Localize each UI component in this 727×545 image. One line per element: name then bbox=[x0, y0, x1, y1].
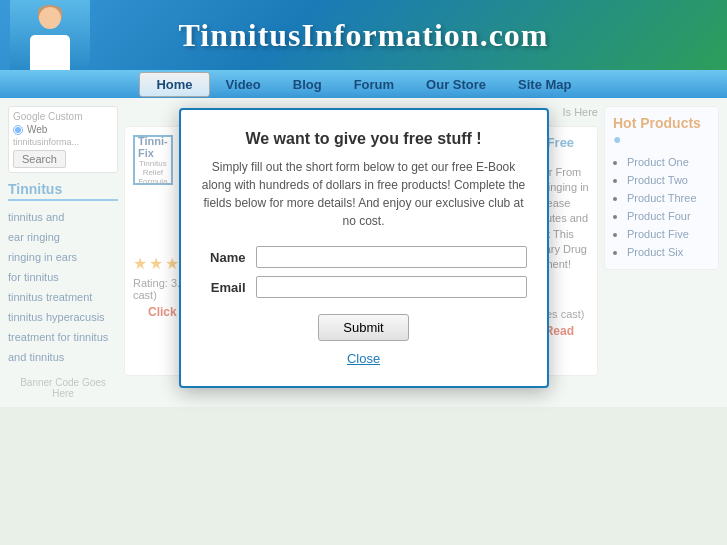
navigation: Home Video Blog Forum Our Store Site Map bbox=[0, 70, 727, 98]
site-title: TinnitusInformation.com bbox=[178, 17, 548, 54]
email-label: Email bbox=[201, 280, 246, 295]
main-content: Google Custom Web tinnitusinforma... Sea… bbox=[0, 98, 727, 407]
nav-blog[interactable]: Blog bbox=[277, 73, 338, 96]
nav-home[interactable]: Home bbox=[139, 72, 209, 97]
site-logo bbox=[10, 0, 90, 70]
nav-our-store[interactable]: Our Store bbox=[410, 73, 502, 96]
nav-site-map[interactable]: Site Map bbox=[502, 73, 587, 96]
modal-overlay: We want to give you free stuff ! Simply … bbox=[0, 98, 727, 407]
submit-button[interactable]: Submit bbox=[318, 314, 408, 341]
modal-form: Name Email Submit bbox=[201, 246, 527, 341]
modal-title: We want to give you free stuff ! bbox=[201, 130, 527, 148]
nav-video[interactable]: Video bbox=[210, 73, 277, 96]
name-row: Name bbox=[201, 246, 527, 268]
modal-description: Simply fill out the short form below to … bbox=[201, 158, 527, 230]
close-link[interactable]: Close bbox=[201, 351, 527, 366]
nav-forum[interactable]: Forum bbox=[338, 73, 410, 96]
modal-dialog: We want to give you free stuff ! Simply … bbox=[179, 108, 549, 388]
header: TinnitusInformation.com bbox=[0, 0, 727, 70]
email-input[interactable] bbox=[256, 276, 527, 298]
name-input[interactable] bbox=[256, 246, 527, 268]
name-label: Name bbox=[201, 250, 246, 265]
email-row: Email bbox=[201, 276, 527, 298]
doctor-image bbox=[23, 5, 78, 70]
